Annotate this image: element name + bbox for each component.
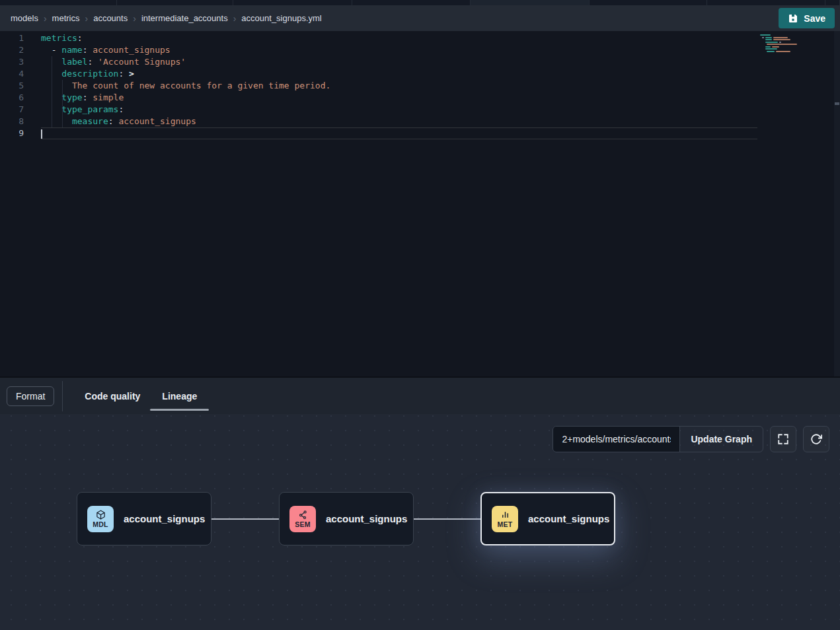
code-token: label bbox=[61, 57, 87, 67]
badge-label: SEM bbox=[295, 520, 311, 528]
line-number: 1 bbox=[0, 32, 24, 44]
semantic-model-badge: SEM bbox=[289, 506, 316, 532]
line-number: 9 bbox=[0, 127, 24, 139]
code-content[interactable]: metrics: - name: account_signups label: … bbox=[41, 32, 757, 139]
node-label: account_signups bbox=[326, 513, 407, 524]
divider bbox=[62, 381, 63, 411]
line-number: 8 bbox=[0, 116, 24, 127]
code-line[interactable]: The count of new accounts for a given ti… bbox=[41, 80, 757, 92]
update-graph-button[interactable]: Update Graph bbox=[680, 427, 763, 452]
lineage-node-metric[interactable]: MET account_signups bbox=[480, 492, 615, 545]
lineage-edge bbox=[211, 518, 279, 520]
code-line[interactable] bbox=[41, 127, 757, 139]
lineage-filter-input[interactable] bbox=[553, 427, 680, 452]
code-line[interactable]: - name: account_signups bbox=[41, 44, 757, 56]
code-token: description bbox=[61, 69, 118, 79]
editor-scrollbar[interactable] bbox=[834, 31, 840, 376]
semantic-model-icon bbox=[298, 510, 308, 520]
breadcrumb-separator-icon: › bbox=[233, 14, 237, 23]
line-number: 6 bbox=[0, 92, 24, 104]
breadcrumb-separator-icon: › bbox=[133, 14, 136, 23]
code-token bbox=[41, 104, 61, 114]
code-token: : bbox=[118, 104, 124, 114]
file-tab-strip bbox=[0, 0, 840, 5]
file-tab[interactable] bbox=[0, 0, 117, 5]
code-line[interactable]: measure: account_signups bbox=[41, 116, 757, 127]
lineage-node-semantic-model[interactable]: SEM account_signups bbox=[279, 492, 414, 545]
code-token: type bbox=[61, 92, 82, 102]
code-token: simple bbox=[87, 92, 124, 102]
code-token: name bbox=[61, 45, 82, 55]
code-token bbox=[41, 92, 61, 102]
fullscreen-icon bbox=[777, 433, 789, 445]
breadcrumb-item[interactable]: models bbox=[11, 13, 38, 23]
file-tab[interactable] bbox=[825, 0, 840, 5]
code-token: > bbox=[124, 69, 134, 79]
node-label: account_signups bbox=[528, 513, 609, 524]
lineage-node-model[interactable]: MDL account_signups bbox=[77, 492, 211, 545]
minimap[interactable] bbox=[757, 32, 834, 375]
line-number-gutter: 123456789 bbox=[0, 32, 24, 139]
code-token: account_signups bbox=[87, 45, 170, 55]
file-tab[interactable] bbox=[590, 0, 707, 5]
text-cursor bbox=[41, 129, 42, 139]
line-number: 2 bbox=[0, 44, 24, 56]
bottom-panel-tab-bar: Format Code quality Lineage bbox=[0, 376, 840, 414]
code-token: type_params bbox=[61, 104, 118, 114]
lineage-edge bbox=[413, 518, 480, 520]
file-tab[interactable] bbox=[352, 0, 471, 5]
refresh-button[interactable] bbox=[803, 426, 829, 452]
line-number: 7 bbox=[0, 104, 24, 116]
fullscreen-button[interactable] bbox=[770, 426, 796, 452]
model-badge: MDL bbox=[87, 506, 114, 532]
code-line[interactable]: description: > bbox=[41, 68, 757, 80]
save-button[interactable]: Save bbox=[779, 8, 835, 28]
breadcrumb-item[interactable]: account_signups.yml bbox=[241, 13, 321, 23]
save-label: Save bbox=[804, 13, 825, 24]
scrollbar-marker bbox=[835, 102, 839, 105]
code-token: account_signups bbox=[114, 116, 196, 126]
breadcrumb-item[interactable]: intermediate_accounts bbox=[141, 13, 228, 23]
code-token: - bbox=[41, 45, 61, 55]
code-token: metrics bbox=[41, 33, 77, 43]
file-tab[interactable] bbox=[707, 0, 825, 5]
code-line[interactable]: label: 'Account Signups' bbox=[41, 56, 757, 68]
breadcrumb-separator-icon: › bbox=[85, 14, 88, 23]
code-token bbox=[41, 69, 61, 79]
lineage-filter-group: Update Graph bbox=[553, 426, 763, 452]
line-number: 5 bbox=[0, 80, 24, 92]
breadcrumb-item[interactable]: accounts bbox=[93, 13, 128, 23]
topbar: models›metrics›accounts›intermediate_acc… bbox=[0, 5, 840, 31]
code-line[interactable]: type: simple bbox=[41, 92, 757, 104]
node-label: account_signups bbox=[124, 513, 205, 524]
format-button[interactable]: Format bbox=[7, 386, 54, 406]
breadcrumb-item[interactable]: metrics bbox=[52, 13, 80, 23]
file-tab[interactable] bbox=[117, 0, 233, 5]
code-token: measure bbox=[72, 116, 108, 126]
breadcrumb-separator-icon: › bbox=[44, 14, 47, 23]
breadcrumb: models›metrics›accounts›intermediate_acc… bbox=[11, 13, 322, 23]
tab-lineage[interactable]: Lineage bbox=[162, 378, 197, 414]
file-tab[interactable] bbox=[233, 0, 352, 5]
code-editor[interactable]: 123456789 metrics: - name: account_signu… bbox=[0, 31, 840, 376]
code-token: 'Account Signups' bbox=[93, 57, 186, 67]
line-number: 3 bbox=[0, 56, 24, 68]
code-token: The count of new accounts for a given ti… bbox=[41, 81, 330, 90]
line-number: 4 bbox=[0, 68, 24, 80]
badge-label: MET bbox=[497, 520, 512, 528]
code-line[interactable]: type_params: bbox=[41, 104, 757, 116]
metric-chart-icon bbox=[500, 510, 510, 520]
file-tab-active[interactable] bbox=[471, 0, 590, 5]
save-icon bbox=[788, 13, 798, 24]
model-cube-icon bbox=[96, 510, 106, 520]
lineage-canvas[interactable]: Update Graph MDL account_signups bbox=[0, 414, 840, 630]
badge-label: MDL bbox=[93, 520, 108, 528]
code-line[interactable]: metrics: bbox=[41, 32, 757, 44]
metric-badge: MET bbox=[492, 506, 518, 532]
tab-code-quality[interactable]: Code quality bbox=[85, 378, 140, 414]
code-token bbox=[41, 116, 72, 126]
lineage-controls: Update Graph bbox=[553, 426, 829, 452]
code-token: : bbox=[77, 33, 83, 43]
refresh-icon bbox=[810, 433, 822, 445]
code-token: : bbox=[108, 116, 114, 126]
